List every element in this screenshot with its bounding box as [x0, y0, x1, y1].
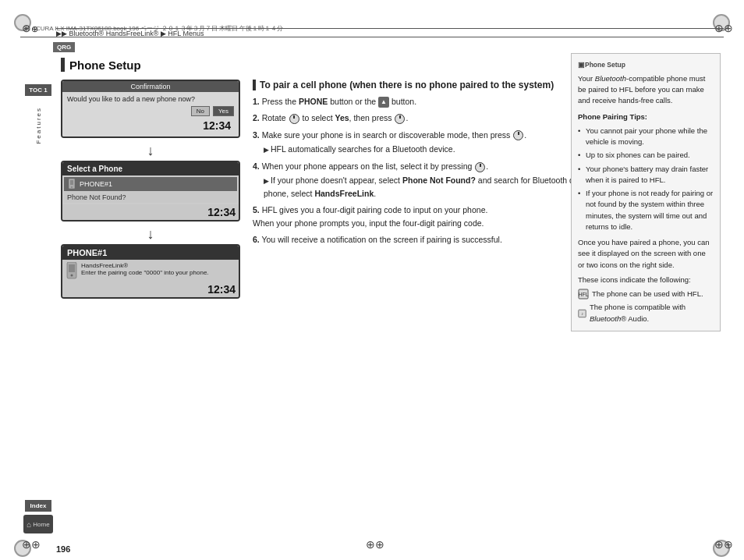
sidebar: TOC 1 Features Index ⌂ Home	[20, 37, 56, 537]
screen1-header: Confirmation	[62, 81, 239, 92]
after-pairing-text: Once you have paired a phone, you can se…	[578, 237, 714, 271]
svg-point-2	[71, 186, 73, 188]
screen1-question: Would you like to add a new phone now?	[67, 95, 234, 103]
knob-icon-2	[289, 114, 299, 124]
sidebar-features-label: Features	[35, 107, 42, 144]
icon1-desc: The phone can be used with HFL.	[592, 289, 703, 299]
right-panel-heading: ▣Phone Setup	[578, 60, 714, 70]
screen1-buttons: No Yes	[67, 106, 234, 116]
knob-press-icon-3	[513, 130, 523, 140]
bt-audio-icon: ♪	[578, 308, 586, 319]
phone-button-icon: ▲	[378, 97, 389, 108]
phone1-icon	[67, 179, 76, 190]
icon1-row: HFL The phone can be used with HFL.	[578, 289, 714, 299]
icon2-desc: The phone is compatible with Bluetooth® …	[590, 302, 714, 324]
header-divider	[56, 28, 724, 29]
sidebar-tab-toc[interactable]: TOC 1	[25, 84, 51, 96]
title-bar-decoration	[61, 58, 65, 72]
tip-2: •Up to six phones can be paired.	[578, 150, 714, 161]
screen3-detail: HandsFreeLink® Enter the pairing code "0…	[62, 260, 239, 282]
section-title-text: Phone Setup	[69, 58, 141, 72]
page-number: 196	[56, 544, 70, 554]
screen-select-phone: Select a Phone PHONE#1 Phone Not Found? …	[61, 161, 240, 222]
subtitle-bar	[253, 80, 256, 90]
screen-pairing: PHONE#1 HandsFreeLink® Enter the pairing…	[61, 244, 240, 299]
right-panel-intro: Your Bluetooth-compatible phone must be …	[578, 73, 714, 107]
svg-point-5	[71, 275, 73, 277]
home-label: Home	[33, 521, 49, 528]
instructions-subtitle: To pair a cell phone (when there is no p…	[260, 80, 554, 90]
crosshair-bot-right: ⊕	[714, 538, 727, 551]
svg-rect-1	[70, 180, 73, 185]
crosshair-bot-left: ⊕	[22, 538, 34, 551]
screen3-text: HandsFreeLink® Enter the pairing code "0…	[81, 262, 209, 276]
sidebar-home-button[interactable]: ⌂ Home	[23, 515, 53, 533]
screen3-time: 12:34	[62, 282, 239, 297]
screen3-detail1: HandsFreeLink®	[81, 262, 209, 269]
screen2-time: 12:34	[62, 204, 239, 220]
arrow-1: ↓	[61, 143, 240, 159]
svg-text:HFL: HFL	[578, 292, 588, 297]
qrg-tag: QRG	[53, 42, 75, 52]
breadcrumb: ▶▶ Bluetooth® HandsFreeLink® ▶ HFL Menus	[56, 30, 204, 37]
arrow-2: ↓	[61, 226, 240, 243]
sidebar-tab-index[interactable]: Index	[25, 500, 51, 512]
screen3-name: PHONE#1	[62, 246, 239, 260]
crosshair-bot-mid: ⊕	[366, 538, 378, 551]
screen3-detail2: Enter the pairing code "0000" into your …	[81, 269, 209, 276]
screen1-yes-btn: Yes	[213, 106, 234, 116]
knob-press-icon-2	[395, 114, 405, 124]
icons-indicate-text: These icons indicate the following:	[578, 275, 714, 285]
screen3-phone-icon	[66, 262, 78, 279]
screens-column: Confirmation Would you like to add a new…	[61, 80, 240, 303]
tips-list: •You cannot pair your phone while the ve…	[578, 126, 714, 232]
svg-text:♪: ♪	[581, 311, 583, 316]
screen1-time: 12:34	[67, 118, 234, 133]
qrg-label: QRG	[53, 42, 75, 52]
screen2-phone1-name: PHONE#1	[80, 180, 112, 188]
screen2-not-found: Phone Not Found?	[64, 192, 237, 203]
screen1-body: Would you like to add a new phone now? N…	[62, 92, 239, 136]
knob-press-icon-4	[475, 162, 485, 172]
tip-3: •Your phone's battery may drain faster w…	[578, 164, 714, 186]
home-icon: ⌂	[27, 520, 31, 529]
screen1-no-btn: No	[191, 106, 210, 116]
tip-4: •If your phone is not ready for pairing …	[578, 188, 714, 232]
screen-confirmation: Confirmation Would you like to add a new…	[61, 80, 240, 138]
icon2-row: ♪ The phone is compatible with Bluetooth…	[578, 302, 714, 324]
hfl-icon: HFL	[578, 289, 589, 299]
screen2-header: Select a Phone	[62, 162, 239, 175]
tip-1: •You cannot pair your phone while the ve…	[578, 126, 714, 148]
svg-rect-4	[69, 264, 75, 272]
right-info-box: ▣Phone Setup Your Bluetooth-compatible p…	[571, 53, 721, 331]
screen2-list: PHONE#1 Phone Not Found?	[62, 175, 239, 204]
screen2-phone1: PHONE#1	[64, 177, 237, 191]
pairing-tips-heading: Phone Pairing Tips:	[578, 112, 714, 122]
